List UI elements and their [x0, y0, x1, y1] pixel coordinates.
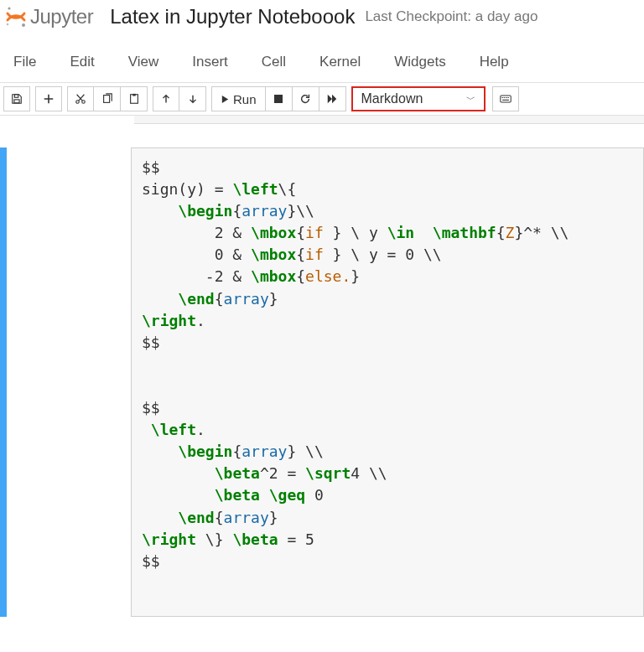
svg-point-6	[82, 101, 86, 104]
interrupt-button[interactable]	[266, 86, 293, 111]
menu-kernel[interactable]: Kernel	[313, 47, 379, 79]
svg-point-5	[76, 101, 80, 104]
paste-button[interactable]	[121, 86, 148, 111]
restart-button[interactable]	[293, 86, 319, 111]
svg-rect-14	[506, 97, 507, 98]
jupyter-logo-text: Jupyter	[30, 5, 93, 28]
cell-source[interactable]: $$ sign(y) = \left\{ \begin{array}\\ 2 &…	[142, 157, 633, 572]
cell-selection-indicator	[0, 147, 7, 617]
header: Jupyter Latex in Jupyter Noteboook Last …	[0, 0, 644, 32]
toolbar-ruler	[134, 116, 644, 124]
run-button[interactable]: Run	[211, 86, 266, 111]
copy-button[interactable]	[94, 86, 121, 111]
add-cell-button[interactable]	[35, 86, 62, 111]
jupyter-logo-icon	[5, 6, 27, 28]
notebook-area: $$ sign(y) = \left\{ \begin{array}\\ 2 &…	[0, 124, 644, 617]
svg-rect-13	[503, 97, 505, 98]
svg-point-1	[22, 23, 25, 27]
svg-rect-3	[14, 95, 18, 98]
cell-type-select[interactable]: Markdown ﹀	[351, 86, 486, 111]
notebook-title[interactable]: Latex in Jupyter Noteboook	[110, 5, 355, 28]
menubar: FileEditViewInsertCellKernelWidgetsHelp	[0, 44, 644, 83]
svg-rect-10	[274, 95, 283, 103]
menu-cell[interactable]: Cell	[255, 47, 304, 79]
menu-edit[interactable]: Edit	[63, 47, 112, 79]
menu-view[interactable]: View	[122, 47, 178, 79]
command-palette-button[interactable]	[492, 86, 519, 111]
markdown-cell-editor[interactable]: $$ sign(y) = \left\{ \begin{array}\\ 2 &…	[131, 147, 644, 617]
run-button-label: Run	[233, 92, 257, 106]
svg-rect-15	[507, 97, 509, 98]
chevron-down-icon: ﹀	[466, 93, 475, 106]
jupyter-logo[interactable]: Jupyter	[5, 5, 93, 28]
svg-point-0	[8, 7, 10, 9]
svg-rect-16	[502, 100, 509, 101]
svg-rect-9	[132, 94, 136, 96]
menu-insert[interactable]: Insert	[185, 47, 247, 79]
menu-file[interactable]: File	[7, 47, 55, 79]
menu-widgets[interactable]: Widgets	[387, 47, 464, 79]
svg-point-2	[7, 23, 9, 26]
svg-rect-11	[500, 96, 510, 102]
cut-button[interactable]	[67, 86, 94, 111]
restart-run-all-button[interactable]	[319, 86, 346, 111]
cell-type-value: Markdown	[361, 91, 423, 106]
menu-help[interactable]: Help	[473, 47, 527, 79]
save-button[interactable]	[3, 86, 30, 111]
move-down-button[interactable]	[179, 86, 206, 111]
svg-rect-12	[501, 97, 503, 98]
checkpoint-text: Last Checkpoint: a day ago	[365, 8, 538, 25]
svg-rect-4	[14, 100, 19, 103]
toolbar: Run Markdown ﹀	[0, 83, 644, 116]
svg-rect-7	[103, 96, 109, 103]
move-up-button[interactable]	[153, 86, 179, 111]
